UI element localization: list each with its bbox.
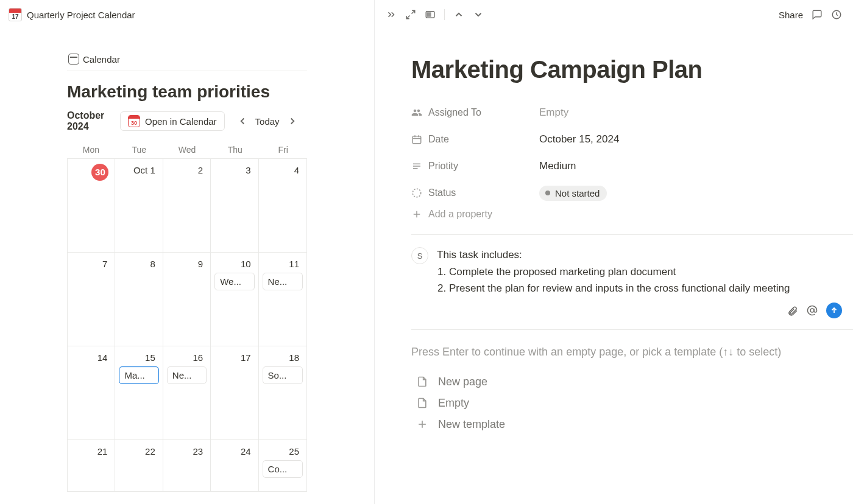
people-icon [411,107,422,118]
day-number: 9 [167,256,207,269]
calendar-date-icon: 30 [128,115,140,127]
property-label: Assigned To [428,107,481,118]
day-number: 22 [119,444,158,457]
property-value[interactable]: Medium [539,160,576,172]
weekday-header: Wed [163,145,211,155]
svg-line-1 [406,16,409,19]
template-new-template[interactable]: New template [416,418,853,431]
property-value[interactable]: Empty [539,107,568,119]
expand-icon[interactable] [386,9,397,20]
calendar-event[interactable]: Co... [263,460,303,478]
page-icon [416,376,428,388]
svg-point-15 [810,309,814,312]
calendar-cell[interactable]: 25Co... [259,440,306,491]
next-record-button[interactable] [473,9,484,20]
month-label: October 2024 [67,110,113,133]
database-title[interactable]: Marketing team priorities [67,82,307,102]
calendar-event[interactable]: We... [214,273,254,290]
add-property-button[interactable]: Add a property [411,209,853,220]
calendar-cell[interactable]: 23 [163,440,211,491]
updates-icon[interactable] [831,9,842,20]
calendar-emoji-icon: 17 [9,8,22,21]
day-number: Oct 1 [119,163,158,175]
send-button[interactable] [826,303,842,318]
calendar-cell[interactable]: 7 [68,253,115,346]
calendar-cell[interactable]: 15Ma... [115,346,163,440]
calendar-cell[interactable]: 2 [163,159,211,253]
property-value[interactable]: October 15, 2024 [539,133,619,145]
template-label: New template [438,418,505,431]
prev-month-button[interactable] [237,116,248,127]
calendar-cell[interactable]: Oct 1 [115,159,163,253]
avatar: S [411,247,428,264]
empty-page-placeholder[interactable]: Press Enter to continue with an empty pa… [375,330,853,361]
peek-mode-icon[interactable] [425,9,436,20]
template-new-page[interactable]: New page [416,376,853,388]
open-in-calendar-button[interactable]: 30 Open in Calendar [120,111,225,131]
calendar-cell[interactable]: 22 [115,440,163,491]
calendar-cell[interactable]: 18So... [259,346,306,440]
calendar-icon [68,54,79,65]
prev-record-button[interactable] [453,9,464,20]
calendar-event[interactable]: Ne... [167,366,207,384]
comment-intro: This task includes: [437,247,842,263]
next-month-button[interactable] [287,116,298,127]
text-lines-icon [411,161,422,172]
share-button[interactable]: Share [779,10,803,20]
comments-icon[interactable] [812,9,823,20]
calendar-event[interactable]: Ne... [263,273,303,290]
day-number: 10 [214,256,254,269]
day-number: 21 [71,444,111,457]
calendar-cell[interactable]: 24 [211,440,258,491]
view-tab-calendar[interactable]: Calendar [67,51,121,67]
template-empty[interactable]: Empty [416,397,853,410]
calendar-cell[interactable]: 11Ne... [259,253,306,346]
calendar-cell[interactable]: 17 [211,346,258,440]
day-number: 25 [263,444,303,457]
property-value[interactable]: Not started [539,186,607,201]
mention-icon[interactable] [807,305,818,316]
calendar-cell[interactable]: 8 [115,253,163,346]
template-label: New page [438,376,487,388]
comment-list-item: Complete the proposed marketing plan doc… [449,264,842,280]
calendar-cell[interactable]: 21 [68,440,115,491]
calendar-cell[interactable]: 3 [211,159,258,253]
open-as-page-icon[interactable] [405,9,416,20]
day-number: 4 [263,163,303,175]
open-in-calendar-label: Open in Calendar [145,116,217,127]
property-status[interactable]: Status Not started [411,180,853,206]
property-label: Priotity [428,161,458,172]
property-priority[interactable]: Priotity Medium [411,153,853,180]
comment-list-item: Present the plan for review and inputs i… [449,281,842,296]
day-number: 23 [167,444,207,457]
comment-input[interactable]: This task includes: Complete the propose… [437,247,842,296]
day-number: 17 [214,350,254,363]
calendar-cell[interactable]: 16Ne... [163,346,211,440]
day-number: 3 [214,163,254,175]
calendar-cell[interactable]: 9 [163,253,211,346]
today-indicator: 30 [91,164,108,181]
today-button[interactable]: Today [255,116,280,127]
property-assigned-to[interactable]: Assigned To Empty [411,99,853,126]
breadcrumb-title[interactable]: Quarterly Project Calendar [27,10,135,20]
property-label: Date [428,134,449,145]
plus-icon [411,209,422,220]
day-number: 11 [263,256,303,269]
view-tab-label: Calendar [83,54,120,65]
weekday-header: Tue [115,145,163,155]
page-title[interactable]: Marketing Campaign Plan [375,56,853,83]
calendar-cell[interactable]: 4 [259,159,306,253]
day-number: 24 [214,444,254,457]
calendar-cell[interactable]: 30 [68,159,115,253]
calendar-cell[interactable]: 14 [68,346,115,440]
property-date[interactable]: Date October 15, 2024 [411,126,853,153]
attach-icon[interactable] [787,305,798,316]
day-number: 15 [119,350,158,363]
weekday-header: Mon [67,145,115,155]
calendar-event[interactable]: Ma... [119,366,158,384]
calendar-icon [411,134,422,145]
calendar-cell[interactable]: 10We... [211,253,258,346]
plus-icon [416,418,428,430]
calendar-event[interactable]: So... [263,366,303,384]
svg-point-12 [412,189,421,197]
